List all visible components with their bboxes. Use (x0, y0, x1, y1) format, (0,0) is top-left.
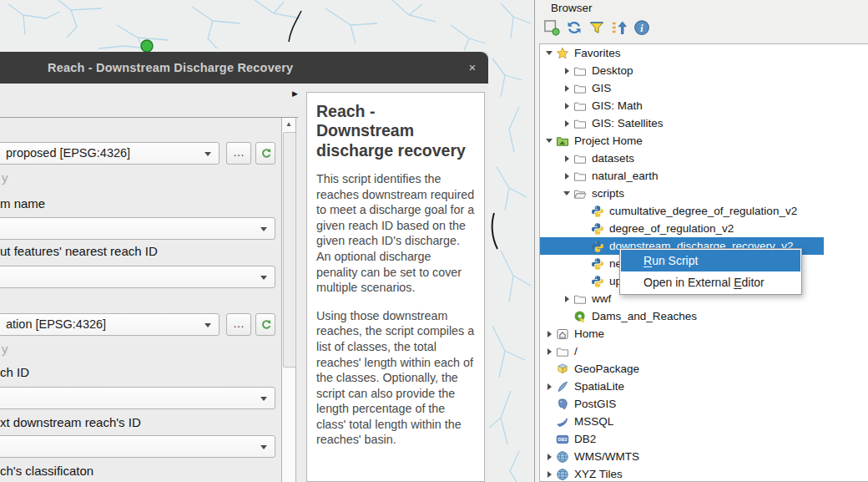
add-selected-layers-icon[interactable] (543, 19, 560, 36)
tree-item-postgis[interactable]: PostGIS (540, 395, 868, 413)
script-dialog: Reach - Downstream Discharge Recovery × … (0, 52, 488, 482)
tree-item-label: Desktop (592, 64, 633, 77)
crs-target-combobox[interactable]: ation [EPSG:4326] (0, 313, 220, 336)
tree-item-desktop[interactable]: Desktop (540, 62, 868, 79)
folder-icon (573, 99, 588, 113)
tree-item-label: Project Home (574, 134, 643, 147)
form-scrollbar[interactable]: ▲ (281, 118, 296, 482)
tree-item-gis-math[interactable]: GIS: Math (540, 97, 868, 114)
chevron-right-icon[interactable] (542, 454, 556, 460)
chevron-right-icon[interactable] (560, 85, 573, 92)
tree-item-home[interactable]: Home (540, 325, 868, 342)
name-combobox[interactable] (0, 217, 275, 240)
tree-item-scripts[interactable]: scripts (540, 185, 868, 202)
combo-arrow-icon (204, 323, 211, 327)
tree-item-mssql[interactable]: MSSQL (540, 413, 868, 430)
tree-item-favorites[interactable]: Favorites (540, 44, 868, 62)
tree-item-label: natural_earth (592, 170, 659, 182)
close-icon[interactable]: × (465, 52, 480, 84)
tree-item-wms-wmts[interactable]: WMS/WMTS (540, 448, 868, 465)
splitter-arrow-icon[interactable]: ▶ (292, 90, 298, 98)
tree-item-cumultative-degree-of-regulation-v2[interactable]: cumultative_degree_of_regulation_v2 (540, 202, 868, 220)
iterate-button[interactable] (255, 313, 275, 336)
nearest-reach-label: ut features' nearest reach ID (0, 244, 158, 258)
form-scrollarea-border (0, 117, 298, 118)
chevron-right-icon[interactable] (560, 155, 573, 162)
tree-item-label: wwf (592, 292, 611, 305)
chevron-right-icon[interactable] (560, 120, 573, 127)
browse-button[interactable]: … (226, 313, 251, 336)
tree-item-xyz-tiles[interactable]: XYZ Tiles (540, 465, 868, 482)
tree-item-label: GeoPackage (574, 363, 639, 375)
tree-item-db2[interactable]: DB2DB2 (540, 430, 868, 448)
chevron-right-icon[interactable] (560, 103, 573, 109)
folder-icon (573, 170, 588, 183)
chevron-right-icon[interactable] (542, 348, 556, 355)
name-field-label: m name (0, 196, 45, 211)
optional-label-fragment: y (2, 170, 8, 185)
tree-item-label: MSSQL (574, 415, 613, 428)
reload-icon (260, 318, 272, 331)
panel-title: Browser (551, 2, 593, 14)
tree-item-label: / (574, 345, 578, 358)
tree-item-datasets[interactable]: datasets (540, 150, 868, 167)
browser-toolbar: i (543, 19, 650, 36)
tree-item-label: datasets (592, 152, 634, 165)
dialog-body: proposed [EPSG:4326] … y m name ut featu… (0, 84, 488, 482)
iterate-button[interactable] (255, 142, 275, 165)
menu-item-open-external-editor[interactable]: Open in External Editor (621, 271, 800, 293)
browser-panel: Browser i FavoritesDesktopGISGIS: MathGI… (534, 0, 868, 482)
folder-icon (573, 152, 588, 165)
tree-item-gis[interactable]: GIS (540, 79, 868, 97)
properties-info-icon[interactable]: i (633, 19, 650, 36)
tree-item-dams-and-reaches[interactable]: Dams_and_Reaches (540, 307, 868, 325)
tree-item-label: WMS/WMTS (574, 450, 639, 463)
nearest-reach-combobox[interactable] (0, 266, 275, 288)
help-paragraph: Using those downstream reaches, the scri… (316, 308, 475, 448)
chevron-right-icon[interactable] (560, 296, 573, 302)
chevron-right-icon[interactable] (542, 331, 556, 337)
tree-item-label: degree_of_regulation_v2 (609, 222, 734, 235)
dialog-titlebar[interactable]: Reach - Downstream Discharge Recovery × (0, 52, 488, 84)
scrollbar-thumb[interactable] (283, 132, 296, 368)
chevron-down-icon[interactable] (560, 191, 573, 195)
reach-id-combobox[interactable] (0, 387, 275, 409)
tree-item-gis-satellites[interactable]: GIS: Satellites (540, 114, 868, 132)
chevron-right-icon[interactable] (560, 173, 573, 180)
filter-browser-icon[interactable] (588, 19, 605, 36)
tree-item-geopackage[interactable]: GeoPackage (540, 360, 868, 378)
crs-source-combobox[interactable]: proposed [EPSG:4326] (0, 142, 220, 165)
help-heading: Reach - Downstream discharge recovery (316, 102, 475, 160)
chevron-right-icon[interactable] (542, 383, 556, 390)
menu-item-run-script[interactable]: Run Script (621, 250, 800, 271)
tree-item-project-home[interactable]: Project Home (540, 132, 868, 150)
chevron-right-icon[interactable] (560, 68, 573, 74)
combo-arrow-icon (260, 397, 267, 401)
folder-open-icon (573, 187, 588, 200)
tree-item-spatialite[interactable]: SpatiaLite (540, 378, 868, 395)
next-downstream-combobox[interactable] (0, 435, 275, 458)
tree-item-label: DB2 (574, 433, 596, 445)
python-icon (591, 257, 605, 271)
tree-item-root[interactable]: / (540, 342, 868, 360)
collapse-all-icon[interactable] (611, 19, 628, 36)
chevron-down-icon[interactable] (542, 139, 556, 143)
tree-item-label: XYZ Tiles (574, 468, 623, 480)
scroll-up-icon[interactable]: ▲ (282, 118, 295, 130)
combo-value: ation [EPSG:4326] (6, 317, 106, 331)
folder-icon (573, 82, 588, 95)
qgis-icon (573, 310, 588, 323)
chevron-right-icon[interactable] (542, 471, 556, 478)
spatialite-icon (556, 380, 570, 393)
tree-item-label: Favorites (574, 47, 621, 59)
browse-button[interactable]: … (226, 142, 251, 165)
tree-item-label: Home (574, 327, 604, 340)
tree-item-degree-of-regulation-v2[interactable]: degree_of_regulation_v2 (540, 220, 868, 237)
tree-item-label: Dams_and_Reaches (592, 310, 697, 322)
combo-arrow-icon (260, 227, 267, 231)
python-icon (591, 222, 605, 236)
chevron-down-icon[interactable] (542, 51, 556, 55)
refresh-icon[interactable] (566, 19, 583, 36)
classification-label: ch's classificaton (0, 464, 93, 478)
tree-item-natural-earth[interactable]: natural_earth (540, 167, 868, 185)
